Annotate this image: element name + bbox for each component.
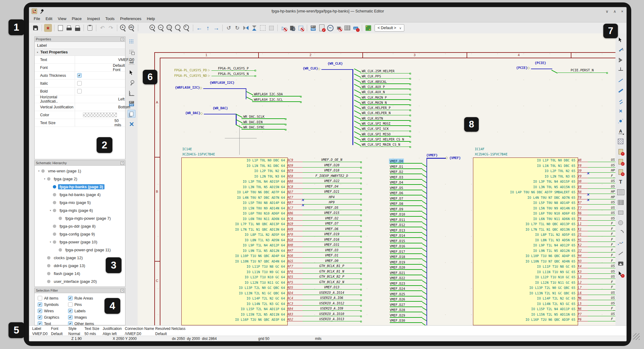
net-label[interactable]: F_ <box>611 259 615 263</box>
net-label[interactable]: US <box>611 179 615 183</box>
net-label[interactable]: VMEF.D5 <box>325 206 338 209</box>
pin[interactable]: L5 × <box>577 300 588 306</box>
bus-branch-row[interactable]: WR_DAC.SCLK <box>242 114 286 119</box>
net-label[interactable]: VMEF.D2 <box>325 216 338 220</box>
wire[interactable]: US <box>588 300 615 306</box>
net-label[interactable]: WR_CLK.SPI_MAIN_CS_N <box>362 143 400 146</box>
net-label[interactable]: VMEF.D3 <box>325 248 338 252</box>
IO_L6P_T0U_N10_AD6P_64[interactable]: IO_L6P_T0U_N10_AD6P_64 AB6 × VMEF.D15 <box>181 210 361 215</box>
net-label[interactable]: F_ <box>611 232 615 236</box>
symbol-fields-table[interactable] <box>343 24 351 32</box>
net-label-row[interactable]: VMEF.D17 <box>390 249 422 254</box>
net-label[interactable]: VMEF.D21 <box>390 271 405 275</box>
pin[interactable]: T7 × <box>577 205 588 210</box>
pin[interactable]: K4 × <box>577 263 588 269</box>
net-label-row[interactable]: VMEF.D3 <box>390 174 422 180</box>
net-label[interactable]: VMEF.D4 <box>390 181 403 184</box>
net-label[interactable]: US <box>611 163 615 167</box>
IO_L14N_T2L_N3_GC_65[interactable]: IO_L14N_T2L_N3_GC_65 L5 × US <box>473 300 615 306</box>
wire[interactable]: US <box>588 263 615 269</box>
property-value[interactable]: Left <box>118 97 125 101</box>
bus-alias-label[interactable]: {WR_DAC} <box>173 111 200 115</box>
property-row[interactable]: Font Default Font <box>35 64 125 72</box>
wire[interactable]: HP9 <box>303 199 361 205</box>
wire[interactable]: VMEF.D16 <box>303 236 361 242</box>
wire[interactable]: F_ <box>588 173 615 178</box>
wire[interactable]: GTH_BCLK_B2_N <box>303 279 361 284</box>
bus-label[interactable]: {VMEF} <box>426 153 438 157</box>
bus-label[interactable]: {WR_CLK} <box>327 62 343 65</box>
net-label[interactable]: VMEF.D27 <box>390 303 405 307</box>
IO_L13N_T2L_N1_GC_QBC_65[interactable]: IO_L13N_T2L_N1_GC_QBC_65 L6 × US <box>473 290 615 295</box>
IO_L3P_T0L_N4_AD15P_64[interactable]: IO_L3P_T0L_N4_AD15P_64 AB8 × VMEF.D22 <box>181 178 361 184</box>
wire[interactable]: VMEF.D1 <box>303 252 361 258</box>
pin[interactable]: K1 × <box>577 226 588 231</box>
menu-item[interactable]: Tools <box>103 16 117 22</box>
wire[interactable]: F_ <box>588 221 615 226</box>
filter-item[interactable]: Pins <box>68 301 94 308</box>
zoom-to-selection[interactable] <box>183 24 191 32</box>
net-label[interactable]: VMEF.D8 <box>390 202 403 205</box>
net-label[interactable]: VMEF.D13 <box>390 229 405 232</box>
net-label[interactable]: WR_CLK.SPI_MOSI <box>362 122 391 125</box>
IO_L16P_T2U_N6_QBC_AD3P_65[interactable]: IO_L16P_T2U_N6_QBC_AD3P_65 P6 × F_ <box>473 316 615 322</box>
property-row[interactable]: Horizontal Justificati.. Left <box>35 95 125 103</box>
filter-item[interactable]: Rule Areas <box>68 295 94 301</box>
pin[interactable]: T6 × <box>577 215 588 221</box>
save[interactable] <box>32 24 39 32</box>
select-tool[interactable] <box>617 36 625 44</box>
net-label[interactable]: USERIO_A.IO10 <box>319 312 344 316</box>
net-label[interactable]: WR_CLK.RSTN <box>362 117 383 120</box>
pin[interactable]: H3 × <box>577 258 588 263</box>
net-label[interactable]: WRFLASH_I2C.SDA <box>254 92 283 96</box>
sync-sheet-pins-tool[interactable] <box>617 168 625 176</box>
net-label[interactable]: WRFLASH_I2C.SCL <box>254 98 283 101</box>
filter-item[interactable]: Wires <box>38 308 68 314</box>
hierarchy-item[interactable]: ▼ fpga (page 2) <box>35 175 125 183</box>
net-label[interactable]: VMEF.D19 <box>324 232 340 236</box>
find[interactable] <box>119 24 127 32</box>
pin[interactable]: N6 × <box>577 306 588 311</box>
menu-item[interactable]: Inspect <box>84 16 103 22</box>
property-row[interactable]: Text VMEF.D0 <box>35 56 125 64</box>
plot[interactable] <box>74 24 81 32</box>
net-label[interactable]: US <box>611 269 615 273</box>
wire[interactable]: F_ <box>588 316 615 322</box>
hierarchy-item[interactable]: ▼ fpga-hd-banks (page 4) <box>35 191 125 198</box>
wire[interactable]: US <box>588 210 615 215</box>
filter-checkbox[interactable] <box>68 296 73 300</box>
navigate-up[interactable] <box>204 24 212 32</box>
net-label[interactable]: WR_CLK.MAIN_P <box>362 96 387 99</box>
bus[interactable] <box>204 114 236 115</box>
pin[interactable]: AB3 × <box>286 311 303 316</box>
pin[interactable]: AC6 × <box>286 215 303 221</box>
net-label[interactable]: HP <box>611 168 615 172</box>
wire[interactable]: F_ <box>588 258 615 263</box>
net-label[interactable]: WR_DAC.SCLK <box>243 115 265 118</box>
wire[interactable]: F_ <box>588 284 615 290</box>
net-label-row[interactable]: VMEF.D24 <box>390 286 422 291</box>
pin[interactable]: L2 × <box>577 279 588 284</box>
net-label-row[interactable]: VMEF.D2 <box>390 169 422 174</box>
IO_L5N_T0U_N9_AD14N_65[interactable]: IO_L5N_T0U_N9_AD14N_65 T7 × US <box>473 205 615 210</box>
titlebar[interactable]: fpga-hp-banks [vme-wren/fpga/fpga-hp-ban… <box>29 7 626 15</box>
property-row[interactable]: Auto Thickness <box>35 72 125 80</box>
bus-label[interactable]: {WRFLASH_I2C} <box>210 81 235 84</box>
IO_L1P_T0L_N0_DBC_65[interactable]: IO_L1P_T0L_N0_DBC_65 W8 × US <box>473 157 615 162</box>
net-label[interactable]: WR_CLK.AUX_N <box>362 90 385 94</box>
IO_L2N_T0L_N3_64[interactable]: IO_L2N_T0L_N3_64 AE8 × F_IOEXP_HWBYTE2_D <box>181 173 361 178</box>
IO_L14N_T2L_N3_GC_64[interactable]: IO_L14N_T2L_N3_GC_64 AC3 × USERIO_A.IO12 <box>181 300 361 306</box>
net-label[interactable]: USERIO_A.IO6 <box>320 296 343 300</box>
pin[interactable]: AH7 × <box>286 247 303 252</box>
window-maximize-button[interactable]: ∧ <box>613 9 616 14</box>
IO_L8N_T1L_N3_AD5N_65[interactable]: IO_L8N_T1L_N3_AD5N_65 H1 × F_ <box>473 236 615 242</box>
IO_L4N_T0U_N7_DBC_AD7N_64[interactable]: IO_L4N_T0U_N7_DBC_AD7N_64 AE7 × HP4 <box>181 194 361 199</box>
net-label[interactable]: VMEF.D0 <box>390 159 403 163</box>
wire[interactable]: US <box>588 183 615 189</box>
IO_L10P_T1U_N6_QBC_AD4P_64[interactable]: IO_L10P_T1U_N6_QBC_AD4P_64 AG6 × VMEF.D1 <box>181 252 361 258</box>
bus-label[interactable]: {WR_DAC} <box>213 106 228 110</box>
net-label[interactable]: VMEF.D17 <box>390 250 405 253</box>
net-label-row[interactable]: VMEF.D22 <box>390 275 422 281</box>
net-label[interactable]: F_ <box>611 317 615 321</box>
net-label[interactable]: USERIO_A.IO13 <box>319 317 344 321</box>
